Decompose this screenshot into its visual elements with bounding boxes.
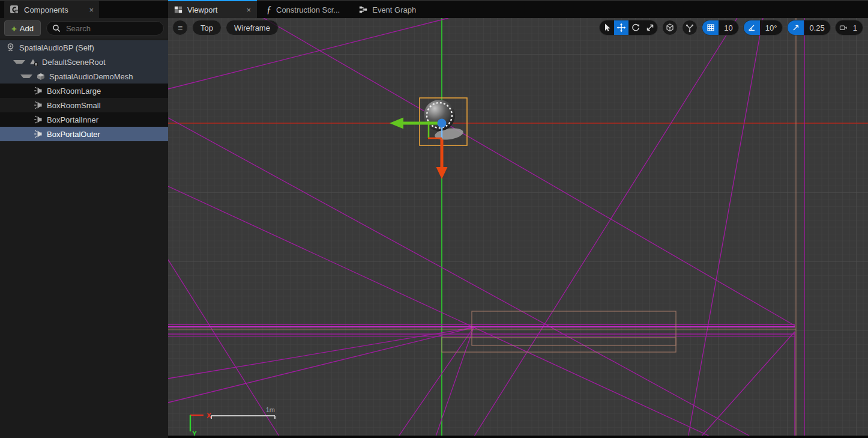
components-toolbar: + Add — [0, 18, 168, 38]
rotation-snap-value[interactable]: 10° — [760, 20, 783, 35]
component-search[interactable] — [46, 21, 164, 35]
audio-component-icon — [34, 115, 43, 124]
viewport-grid-icon — [174, 5, 182, 14]
scene-root-icon — [29, 57, 38, 67]
viewport-menu-button[interactable]: ≡ — [172, 20, 188, 35]
tree-row-label: BoxPortalInner — [47, 115, 98, 124]
camera-speed-value[interactable]: 1 — [852, 20, 863, 35]
grid-snap-control[interactable]: 10 — [702, 20, 738, 35]
camera-speed-control[interactable]: 1 — [835, 20, 863, 35]
viewport-toolbar-right: 10 10° — [599, 20, 863, 35]
viewport-toolbar-left: ≡ Top Wireframe — [172, 20, 279, 35]
viewport[interactable]: X Y 1m ≡ Top Wireframe — [168, 18, 868, 438]
view-mode-label: Top — [200, 23, 213, 32]
components-tree: SpatialAudioBP (Self) DefaultSceneRoot S… — [0, 40, 168, 141]
viewport-scene: X Y 1m — [168, 18, 868, 438]
close-icon[interactable]: × — [89, 6, 94, 14]
actor-self-icon — [6, 43, 16, 52]
rotate-tool-button[interactable] — [628, 20, 643, 35]
grid-snap-toggle[interactable] — [702, 20, 719, 35]
blueprint-editor-window: Components × + Add — [0, 0, 868, 438]
caret-down-icon[interactable] — [13, 60, 25, 64]
tree-row-defaultsceneroot[interactable]: DefaultSceneRoot — [0, 55, 168, 69]
world-space-button[interactable] — [662, 20, 678, 35]
tab-viewport[interactable]: Viewport × — [168, 0, 257, 18]
components-tabbar: Components × — [0, 0, 168, 18]
components-panel: Components × + Add — [0, 0, 168, 438]
window-bottom-edge — [168, 436, 868, 438]
add-button-label: Add — [20, 24, 34, 33]
audio-component-icon — [34, 100, 43, 110]
tab-components[interactable]: Components × — [4, 1, 99, 18]
add-component-button[interactable]: + Add — [4, 20, 41, 36]
grid-major — [168, 18, 868, 438]
plus-icon: + — [11, 24, 17, 33]
camera-speed-icon-wrap — [836, 20, 852, 35]
tab-components-label: Components — [24, 5, 84, 14]
caret-down-icon[interactable] — [20, 75, 32, 78]
tab-construction-script[interactable]: ƒ Construction Scr... — [257, 1, 349, 18]
surface-snap-icon — [685, 23, 695, 32]
audio-component-icon — [34, 129, 43, 139]
move-tool-button[interactable] — [614, 20, 628, 35]
tree-row-label: SpatialAudioDemoMesh — [49, 72, 133, 81]
world-space-icon — [665, 23, 675, 32]
grid-snap-value[interactable]: 10 — [719, 20, 738, 35]
surface-snap-button[interactable] — [682, 20, 698, 35]
gizmo-center-dot[interactable] — [438, 119, 447, 128]
scale-snap-icon — [792, 23, 800, 32]
tree-row-boxroomlarge[interactable]: BoxRoomLarge — [0, 84, 168, 98]
scale-icon — [645, 23, 655, 32]
rotation-snap-toggle[interactable] — [744, 20, 760, 35]
angle-snap-icon — [747, 23, 756, 32]
search-input[interactable] — [65, 23, 158, 34]
tab-viewport-label: Viewport — [187, 5, 241, 14]
scale-tool-button[interactable] — [643, 20, 657, 35]
cursor-icon — [602, 23, 612, 32]
scale-snap-toggle[interactable] — [788, 20, 804, 35]
camera-speed-icon — [839, 23, 848, 32]
graph-area: Viewport × ƒ Construction Scr... Event G… — [168, 0, 868, 438]
hamburger-icon: ≡ — [178, 23, 182, 32]
rotation-snap-control[interactable]: 10° — [743, 20, 783, 35]
tree-row-label: SpatialAudioBP (Self) — [19, 43, 94, 52]
editor-tabbar: Viewport × ƒ Construction Scr... Event G… — [168, 0, 868, 18]
scale-snap-control[interactable]: 0.25 — [787, 20, 830, 35]
grid-snap-icon — [707, 23, 715, 32]
tree-row-boxportalinner[interactable]: BoxPortalInner — [0, 112, 168, 127]
scale-snap-value[interactable]: 0.25 — [804, 20, 830, 35]
close-icon[interactable]: × — [246, 6, 251, 14]
rotate-icon — [631, 23, 640, 32]
render-mode-button[interactable]: Wireframe — [226, 20, 279, 35]
function-icon: ƒ — [267, 4, 271, 15]
tree-row-label: BoxRoomSmall — [47, 101, 101, 110]
magnifier-icon — [52, 24, 61, 32]
render-mode-label: Wireframe — [234, 23, 270, 32]
static-mesh-icon — [36, 71, 46, 81]
tree-row-boxportalouter[interactable]: BoxPortalOuter — [0, 127, 168, 141]
tab-construction-label: Construction Scr... — [276, 5, 340, 14]
tree-row-label: DefaultSceneRoot — [42, 58, 106, 67]
tab-event-graph[interactable]: Event Graph — [349, 1, 426, 18]
audio-component-icon — [34, 86, 43, 96]
move-icon — [616, 23, 626, 32]
event-graph-icon — [359, 5, 367, 14]
tree-row-label: BoxPortalOuter — [47, 130, 100, 139]
components-icon — [10, 5, 19, 14]
tab-event-graph-label: Event Graph — [372, 5, 416, 14]
transform-tool-group — [599, 20, 658, 35]
axis-x-label: X — [206, 412, 211, 420]
tree-row-spatialaudiobp[interactable]: SpatialAudioBP (Self) — [0, 40, 168, 55]
view-mode-button[interactable]: Top — [192, 20, 222, 35]
scale-bar-label: 1m — [266, 406, 275, 413]
tree-row-spatialaudiodemomesh[interactable]: SpatialAudioDemoMesh — [0, 69, 168, 84]
tree-row-boxroomsmall[interactable]: BoxRoomSmall — [0, 98, 168, 112]
select-tool-button[interactable] — [600, 20, 614, 35]
tree-row-label: BoxRoomLarge — [47, 87, 101, 96]
